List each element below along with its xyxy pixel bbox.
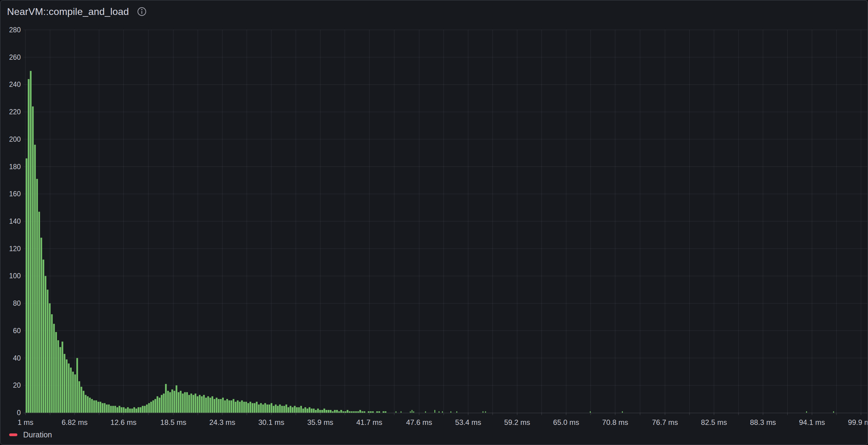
histogram-bar [228,401,230,413]
histogram-bar [188,395,190,413]
histogram-bar [340,410,342,413]
histogram-bar [277,406,279,413]
histogram-bar [127,407,129,413]
histogram-bar [353,411,355,413]
histogram-bar [425,411,426,413]
histogram-bar [439,411,439,413]
histogram-bar [95,401,97,413]
histogram-bar [106,405,108,413]
histogram-bar [275,405,277,413]
histogram-bar [302,409,304,413]
histogram-bar [40,238,42,413]
y-axis-label: 140 [9,217,21,225]
histogram-bar [38,212,40,413]
histogram-bar [326,410,327,413]
histogram-bar [396,411,397,413]
histogram-bar [98,402,99,413]
histogram-bar [192,395,194,413]
histogram-bar [334,410,336,413]
histogram-bar [451,411,452,413]
y-axis-label: 280 [9,26,21,34]
info-circle-icon [137,7,147,17]
histogram-bar [338,411,340,413]
histogram-bar [34,145,36,413]
histogram-bar [222,398,224,413]
panel-title[interactable]: NearVM::compile_and_load [7,6,129,18]
legend: Duration [9,429,52,440]
histogram-bar [46,290,49,413]
info-icon[interactable] [137,7,147,17]
histogram-bar [161,395,162,413]
x-axis-label: 30.1 ms [258,418,284,426]
histogram-bar [833,411,834,413]
y-axis-label: 220 [9,108,21,116]
panel-header[interactable]: NearVM::compile_and_load [1,1,867,23]
histogram-bar [203,395,205,413]
x-axis-label: 24.3 ms [209,418,235,426]
histogram-bar [281,406,283,413]
histogram-bar [201,396,203,413]
histogram-bar [294,406,296,413]
histogram-bar [159,398,160,413]
histogram-bar [382,411,384,413]
y-axis-label: 180 [9,163,21,171]
histogram-bar [212,396,214,413]
histogram-bar [315,410,317,413]
histogram-bar [140,407,142,413]
histogram-bar [413,411,414,413]
histogram-bar [233,399,235,413]
histogram-bar [265,403,266,413]
histogram-bar [76,358,78,413]
histogram-bar [150,402,152,413]
x-axis-label: 53.4 ms [455,418,481,426]
histogram-bar [156,396,158,413]
histogram-bar [44,276,46,413]
histogram-bar [252,403,253,413]
histogram-bar [590,411,591,413]
histogram-bar [49,303,51,413]
histogram-bar [83,391,85,413]
histogram-bar [290,406,291,413]
histogram-bar [30,71,32,413]
histogram-bar [100,402,101,413]
y-axis-label: 260 [9,53,21,61]
histogram-bar [137,407,140,413]
histogram-bar [292,407,294,413]
x-axis-label: 41.7 ms [356,418,382,426]
x-axis-label: 76.7 ms [652,418,678,426]
histogram-bar [434,410,435,413]
y-axis-label: 240 [9,81,21,88]
histogram-bar [32,106,34,413]
histogram-bar [483,411,484,413]
histogram-bar [319,410,321,413]
histogram-bar [172,389,173,413]
histogram-bar [258,405,260,413]
histogram-bar [357,411,359,413]
histogram-plot[interactable]: 0204060801001201401601802002202402602801… [1,1,868,445]
histogram-bar [351,411,353,413]
histogram-bar [205,398,207,413]
x-axis-label: 94.1 ms [799,418,825,426]
histogram-bar [148,403,150,413]
x-axis-label: 88.3 ms [750,418,776,426]
histogram-bar [186,392,188,413]
x-axis-label: 35.9 ms [307,418,333,426]
histogram-bar [336,410,338,413]
histogram-bar [218,399,220,413]
histogram-bar [108,405,110,413]
legend-item-duration[interactable]: Duration [9,431,52,439]
y-axis-label: 60 [13,327,21,335]
histogram-bar [247,403,249,413]
histogram-bar [51,314,53,413]
y-axis-label: 100 [9,272,21,280]
histogram-bar [330,410,332,413]
histogram-bar [174,391,175,413]
histogram-bar [167,391,169,413]
histogram-bar [226,399,228,413]
histogram-bar [112,406,114,413]
y-axis-label: 20 [13,381,21,389]
histogram-bar [182,393,184,413]
histogram-bar [241,401,243,413]
histogram-bar [93,401,95,413]
histogram-bar [235,402,237,413]
